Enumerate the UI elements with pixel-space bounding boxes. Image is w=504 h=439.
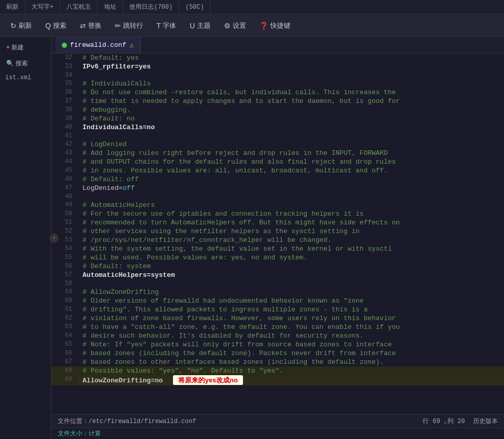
comment-text: # Add logging rules right before reject … <box>82 149 388 157</box>
annotation-label: 将原来的yes改成no <box>173 375 243 385</box>
line-number: 37 <box>51 97 78 106</box>
comment-text: # desire such behavior. It's disabled by… <box>82 332 363 340</box>
toolbar: ↻ 刷新 Q 搜索 ⇄ 替换 ✏ 跳转行 T 字体 U 主题 ⚙ 设置 ❓ 快捷… <box>0 14 504 37</box>
line-number: 63 <box>51 323 78 331</box>
comment-text: # AllowZoneDrifting <box>82 288 159 296</box>
line-content: # AllowZoneDrifting <box>78 288 504 296</box>
row-col-label: 行 69 ,列 20 <box>423 417 465 426</box>
table-row: 68# Possible values: "yes", "no". Defaul… <box>51 366 504 375</box>
line-content: AllowZoneDrifting=no将原来的yes改成no <box>78 375 504 385</box>
file-status-dot <box>62 43 67 48</box>
sidebar-collapse-button[interactable]: ‹ <box>49 234 59 243</box>
table-row: 42# LogDenied <box>51 140 504 149</box>
line-number: 67 <box>51 358 78 366</box>
line-number: 43 <box>51 149 78 157</box>
status-left: 文件位置：/etc/firewalld/firewalld.conf <box>58 417 196 426</box>
table-row: 41 <box>51 132 504 140</box>
tab-3[interactable]: 八宝机主 <box>60 0 98 14</box>
line-content: # recommended to turn AutomaticHelpers o… <box>78 218 504 227</box>
filesize-label: 文件大小：计算 <box>58 430 101 437</box>
content-area: firewalld.conf ⚠ 32# Default: yes33IPv6_… <box>51 37 504 439</box>
comment-text: # IndividualCalls <box>82 80 151 87</box>
replace-icon: ⇄ <box>80 22 86 30</box>
line-content: # Older versions of firewalld had undocu… <box>78 296 504 305</box>
comment-text: # Default: off <box>82 175 138 183</box>
line-number: 68 <box>51 366 78 375</box>
code-editor[interactable]: 32# Default: yes33IPv6_rpfilter=yes3435#… <box>51 54 504 414</box>
theme-button[interactable]: U 主题 <box>184 19 215 32</box>
comment-text: # Possible values: "yes", "no". Defaults… <box>82 367 283 375</box>
line-number: 57 <box>51 271 78 279</box>
font-icon: T <box>157 22 161 30</box>
line-content: # Note: If "yes" packets will only drift… <box>78 340 504 349</box>
table-row: 49# AutomaticHelpers <box>51 201 504 209</box>
line-content: # drifting". This allowed packets to ing… <box>78 305 504 314</box>
tab-4[interactable]: 地址 <box>98 0 123 14</box>
comment-text: # /proc/sys/net/netfilter/nf_conntrack_h… <box>82 236 332 244</box>
table-row: 54# With the system setting, the default… <box>51 244 504 253</box>
comment-text: # AutomaticHelpers <box>82 201 154 209</box>
line-content: LogDenied=off <box>78 184 504 192</box>
tab-1[interactable]: 刷新 <box>0 0 25 14</box>
shortcuts-button[interactable]: ❓ 快捷键 <box>254 19 296 32</box>
sidebar-search-button[interactable]: 🔍 搜索 <box>2 57 49 70</box>
settings-icon: ⚙ <box>224 22 231 30</box>
line-number: 56 <box>51 262 78 271</box>
filepath-label: 文件位置：/etc/firewalld/firewalld.conf <box>58 417 196 426</box>
table-row: 57AutomaticHelpers=system <box>51 271 504 279</box>
line-content: # other services using the netfilter hel… <box>78 227 504 236</box>
comment-text: # will be used. Possible values are: yes… <box>82 254 307 261</box>
line-content: # and OUTPUT chains for the default rule… <box>78 157 504 166</box>
line-number: 35 <box>51 79 78 88</box>
file-tab-firewalld[interactable]: firewalld.conf ⚠ <box>56 37 141 53</box>
line-content: IndividualCalls=no <box>78 123 504 132</box>
help-icon: ❓ <box>259 22 268 30</box>
line-content: # Default: system <box>78 262 504 271</box>
tab-2[interactable]: 大写字+ <box>25 0 60 14</box>
table-row: 69AllowZoneDrifting=no将原来的yes改成no <box>51 375 504 385</box>
history-button[interactable]: 历史版本 <box>473 417 498 426</box>
font-button[interactable]: T 字体 <box>151 19 182 32</box>
comment-text: # time that is needed to apply changes a… <box>82 97 399 105</box>
table-row: 46# Default: off <box>51 175 504 184</box>
line-content: # based zones (including the default zon… <box>78 349 504 358</box>
line-number: 48 <box>51 192 78 201</box>
line-content <box>78 279 504 288</box>
top-tab-bar: 刷新 大写字+ 八宝机主 地址 使用日志(700) (50C) <box>0 0 504 14</box>
line-content: # With the system setting, the default v… <box>78 244 504 253</box>
line-number: 51 <box>51 218 78 227</box>
search-button[interactable]: Q 搜索 <box>40 19 72 32</box>
table-row: 61# drifting". This allowed packets to i… <box>51 305 504 314</box>
line-number: 59 <box>51 288 78 296</box>
refresh-button[interactable]: ↻ 刷新 <box>5 19 37 32</box>
comment-text: # With the system setting, the default v… <box>82 245 392 253</box>
line-number: 69 <box>51 375 78 385</box>
tab-6[interactable]: (50C) <box>179 0 211 14</box>
line-number: 39 <box>51 114 78 123</box>
line-content: # Add logging rules right before reject … <box>78 149 504 157</box>
replace-button[interactable]: ⇄ 替换 <box>75 19 107 32</box>
comment-text: # LogDenied <box>82 141 127 148</box>
line-number: 58 <box>51 279 78 288</box>
search-icon: Q <box>45 22 51 30</box>
table-row: 33IPv6_rpfilter=yes <box>51 62 504 71</box>
settings-button[interactable]: ⚙ 设置 <box>219 19 251 32</box>
table-row: 66# based zones (including the default z… <box>51 349 504 358</box>
line-number: 64 <box>51 331 78 340</box>
new-file-button[interactable]: + 新建 <box>2 41 49 54</box>
line-content: AutomaticHelpers=system <box>78 271 504 279</box>
goto-button[interactable]: ✏ 跳转行 <box>110 19 148 32</box>
line-number: 45 <box>51 166 78 175</box>
tab-5[interactable]: 使用日志(700) <box>123 0 179 14</box>
line-number: 38 <box>51 106 78 114</box>
line-number: 54 <box>51 244 78 253</box>
line-number: 62 <box>51 314 78 323</box>
sidebar-file-item[interactable]: ist.xml <box>2 73 34 82</box>
line-content: # Default: off <box>78 175 504 184</box>
line-content: # LogDenied <box>78 140 504 149</box>
table-row: 38# debugging. <box>51 106 504 114</box>
sidebar: + 新建 🔍 搜索 ist.xml ‹ <box>0 37 51 439</box>
line-content: # /proc/sys/net/netfilter/nf_conntrack_h… <box>78 236 504 244</box>
table-row: 60# Older versions of firewalld had undo… <box>51 296 504 305</box>
line-number: 50 <box>51 209 78 218</box>
